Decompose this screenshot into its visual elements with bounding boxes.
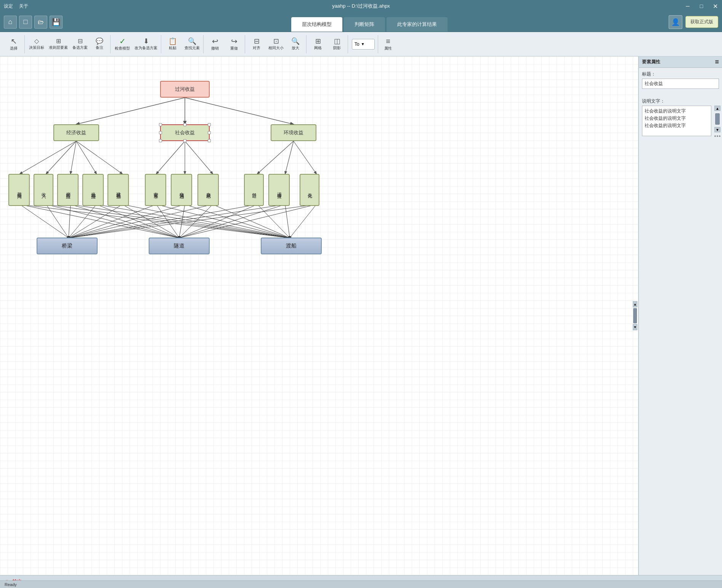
select-label: 选择 [10,46,18,51]
undo-button[interactable]: ↩ 撤销 [206,35,224,53]
tab-judgement[interactable]: 判断矩阵 [344,17,385,32]
sub-node-9[interactable]: 舒适 [244,174,264,206]
toolbar: ↖ 选择 ◇ 决策目标 ⊞ 准则层要素 ⊟ 备选方案 💬 备注 ✓ 检查模型 ⬇… [0,32,722,56]
to-alt-button[interactable]: ⬇ 改为备选方案 [133,35,159,53]
redo-button[interactable]: ↪ 重做 [225,35,243,53]
sub-node-11[interactable]: 美化 [300,174,319,206]
get-pro-label: 获取正式版 [690,19,713,25]
sub-8-label: 自豪感 [205,189,212,191]
new-button[interactable]: □ [19,16,32,29]
to-chevron-icon: ▼ [361,42,365,46]
alternative-node-1[interactable]: 桥梁 [37,238,98,254]
grid-button[interactable]: ⊞ 网格 [309,35,327,53]
sub-node-6[interactable]: 安全可靠 [145,174,166,206]
alternative-button[interactable]: ⊟ 备选方案 [71,35,90,53]
undo-label: 撤销 [211,46,219,51]
shadow-button[interactable]: ◫ 阴影 [328,35,346,53]
alt-3-label: 渡船 [286,243,297,249]
sub-node-5[interactable]: 建筑就业 [107,174,129,206]
ready-text: Ready [5,582,17,587]
paste-button[interactable]: 📋 粘贴 [164,35,182,53]
ready-bar: Ready [0,580,722,588]
dot2 [717,135,718,137]
sub-node-7[interactable]: 交往沟通 [171,174,192,206]
nav-tabs: 层次结构模型 判断矩阵 此专家的计算结果 [70,12,669,32]
toolbar-group-check: ✓ 检查模型 ⬇ 改为备选方案 [111,35,161,53]
title-field-value[interactable]: 社会收益 [642,79,719,89]
zoom-button[interactable]: 🔍 放大 [286,35,305,53]
panel-title-section: 标题： 社会收益 [639,68,722,95]
toolbar-group-history: ↩ 撤销 ↪ 重做 [204,35,245,53]
criterion-node-2[interactable]: 社会收益 [160,124,210,141]
sub-node-8[interactable]: 自豪感 [197,174,219,206]
panel-desc-container: 说明文字： 社会收益的说明文字 社会收益的说明文字 社会收益的说明文字 ▲ ▼ [639,95,722,139]
sub-3-label: 岸间商业 [65,188,71,191]
goal-node[interactable]: 过河收益 [160,81,210,98]
toolbar-group-properties: ≡ 属性 [379,35,397,53]
decision-button[interactable]: ◇ 决策目标 [27,35,46,53]
get-pro-button[interactable]: 获取正式版 [685,16,718,28]
panel-scroll-up-arrow[interactable]: ▲ [714,106,720,111]
zoom-label: 放大 [292,45,299,51]
sub-node-10[interactable]: 进出方便 [268,174,290,206]
comment-icon: 💬 [96,38,103,44]
panel-dotted-controls [714,135,720,137]
title-field-label: 标题： [642,71,719,77]
align-label: 对齐 [253,45,260,51]
tab-expert[interactable]: 此专家的计算结果 [387,17,448,32]
panel-scrollbar [715,113,720,125]
panel-scroll-down-arrow[interactable]: ▼ [714,127,720,132]
same-size-icon: ⊡ [273,38,279,45]
sel-handle-tr [208,123,211,126]
criterion-3-label: 环境收益 [284,129,303,136]
panel-scroll-controls: ▲ ▼ [714,95,722,137]
select-button[interactable]: ↖ 选择 [5,35,23,53]
title-bar: 设定 关于 yaahp -- D:\过河收益.ahpx ─ □ ✕ [0,0,722,12]
close-button[interactable]: ✕ [708,0,722,12]
criterion-node-3[interactable]: 环境收益 [271,124,316,141]
alternative-node-3[interactable]: 渡船 [261,238,322,254]
align-button[interactable]: ⊟ 对齐 [247,35,266,53]
check-label: 检查模型 [115,46,130,51]
maximize-button[interactable]: □ [695,0,708,12]
toolbar-group-select: ↖ 选择 [3,35,25,53]
canvas-scroll-down[interactable]: ▼ [633,324,637,330]
canvas-area[interactable]: 过河收益 经济收益 社会收益 环境收益 节省时间 收入 岸 [0,56,638,575]
comment-button[interactable]: 💬 备注 [90,35,109,53]
criterion-node-1[interactable]: 经济收益 [53,124,99,141]
open-button[interactable]: 🗁 [34,16,47,29]
criterion-label: 准则层要素 [49,45,68,50]
tab-hierarchy[interactable]: 层次结构模型 [291,17,342,32]
panel-desc-section: 说明文字： 社会收益的说明文字 社会收益的说明文字 社会收益的说明文字 [639,95,714,139]
find-button[interactable]: 🔍 查找元素 [183,35,202,53]
desc-field-value[interactable]: 社会收益的说明文字 社会收益的说明文字 社会收益的说明文字 [642,106,711,136]
to-dropdown[interactable]: To ▼ [352,39,375,50]
sub-node-2[interactable]: 收入 [34,174,53,206]
sub-11-label: 美化 [306,189,313,191]
sub-node-3[interactable]: 岸间商业 [57,174,79,206]
toolbar-group-to: To ▼ [349,35,378,53]
alt-1-label: 桥梁 [62,243,72,249]
goal-node-label: 过河收益 [175,86,195,93]
save-button[interactable]: 💾 [50,16,63,29]
alternative-node-2[interactable]: 隧道 [149,238,210,254]
alt-2-label: 隧道 [174,243,185,249]
properties-button[interactable]: ≡ 属性 [380,35,396,53]
criterion-button[interactable]: ⊞ 准则层要素 [47,35,70,53]
same-size-button[interactable]: ⊡ 相同大小 [266,35,286,53]
to-alt-icon: ⬇ [143,38,149,45]
same-size-label: 相同大小 [268,45,284,51]
decision-icon: ◇ [34,38,39,44]
dots-row [714,135,720,137]
sub-node-1[interactable]: 节省时间 [8,174,30,206]
canvas-scroll-up[interactable]: ▲ [633,301,637,307]
minimize-button[interactable]: ─ [681,0,695,12]
settings-label[interactable]: 设定 [4,3,13,10]
sel-handle-tc [183,123,186,126]
sub-node-4[interactable]: 当地商业 [82,174,104,206]
home-button[interactable]: ⌂ [4,16,17,29]
panel-menu-icon[interactable]: ≡ [715,58,719,66]
find-label: 查找元素 [185,45,200,51]
check-button[interactable]: ✓ 检查模型 [113,35,132,53]
about-label[interactable]: 关于 [19,3,28,10]
